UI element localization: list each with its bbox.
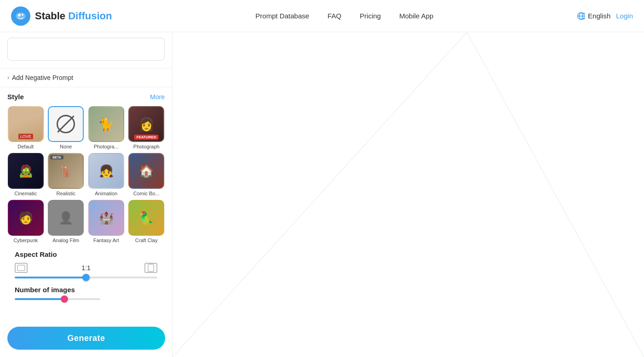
style-thumb-animation: 👧 bbox=[88, 153, 124, 189]
style-label-photogra1: Photogra... bbox=[94, 144, 119, 149]
logo-svg bbox=[15, 10, 27, 22]
style-label-comicbo: Comic Bo... bbox=[133, 191, 160, 196]
style-label-photograph: Photograph bbox=[133, 144, 160, 149]
logo-icon bbox=[11, 6, 30, 26]
aspect-landscape-icon bbox=[15, 263, 28, 273]
background-decoration bbox=[172, 32, 644, 357]
style-item-photograph[interactable]: 👩 FEATURED Photograph bbox=[128, 106, 165, 149]
style-thumb-photograph: 👩 FEATURED bbox=[128, 106, 164, 142]
style-label-default: Default bbox=[17, 144, 34, 149]
style-header: Style More bbox=[7, 93, 165, 101]
style-thumb-cinematic: 🧟 bbox=[8, 153, 44, 189]
style-label-craftclay: Craft Clay bbox=[135, 238, 158, 243]
logo[interactable]: Stable Diffusion bbox=[11, 6, 112, 26]
slider-thumb bbox=[82, 274, 90, 281]
style-item-comicbo[interactable]: 🏠 Comic Bo... bbox=[128, 153, 165, 196]
num-images-thumb bbox=[61, 295, 68, 303]
header-right: English Login bbox=[577, 12, 633, 20]
style-label-realistic: Realistic bbox=[56, 191, 75, 196]
aspect-ratio-value: 1:1 bbox=[31, 264, 141, 272]
style-item-none[interactable]: None bbox=[48, 106, 85, 149]
main-nav: Prompt Database FAQ Pricing Mobile App bbox=[255, 12, 433, 20]
beta-badge: BETA bbox=[50, 155, 63, 159]
right-panel bbox=[172, 32, 644, 357]
nav-prompt-database[interactable]: Prompt Database bbox=[255, 12, 309, 20]
style-item-photogra1[interactable]: 🐈 Photogra... bbox=[88, 106, 125, 149]
style-item-animation[interactable]: 👧 Animation bbox=[88, 153, 125, 196]
style-item-cinematic[interactable]: 🧟 Cinematic bbox=[7, 153, 44, 196]
style-thumb-comicbo: 🏠 bbox=[128, 153, 164, 189]
style-label-fantasyart: Fantasy Art bbox=[93, 238, 119, 243]
logo-diffusion: Diffusion bbox=[65, 10, 112, 22]
svg-point-2 bbox=[22, 14, 23, 16]
language-selector[interactable]: English bbox=[577, 12, 610, 20]
style-thumb-fantasyart: 🏰 bbox=[88, 200, 124, 236]
prompt-area bbox=[0, 32, 172, 68]
style-label-analogfilm: Analog Film bbox=[52, 238, 79, 243]
style-label: Style bbox=[7, 93, 24, 101]
negative-prompt-label: Add Negative Prompt bbox=[12, 74, 73, 81]
style-item-default[interactable]: LOVE Default bbox=[7, 106, 44, 149]
style-grid: LOVE Default None bbox=[7, 106, 165, 243]
globe-icon bbox=[577, 12, 585, 20]
style-label-cyberpunk: Cyberpunk bbox=[13, 238, 38, 243]
style-label-animation: Animation bbox=[95, 191, 117, 196]
aspect-ratio-slider[interactable] bbox=[15, 277, 157, 278]
more-styles-link[interactable]: More bbox=[150, 93, 165, 101]
generate-button[interactable]: Generate bbox=[7, 327, 165, 350]
svg-line-7 bbox=[172, 32, 467, 357]
style-thumb-cyberpunk: 🧑 bbox=[8, 200, 44, 236]
header: Stable Diffusion Prompt Database FAQ Pri… bbox=[0, 0, 644, 32]
none-icon bbox=[57, 115, 75, 133]
prompt-input[interactable] bbox=[7, 38, 165, 61]
style-section: Style More LOVE Default bbox=[0, 87, 172, 342]
left-panel: › Add Negative Prompt Style More LOVE De… bbox=[0, 32, 172, 357]
aspect-ratio-label: Aspect Ratio bbox=[15, 250, 157, 258]
featured-badge: FEATURED bbox=[134, 135, 159, 140]
nav-faq[interactable]: FAQ bbox=[328, 12, 341, 20]
main-layout: › Add Negative Prompt Style More LOVE De… bbox=[0, 32, 644, 357]
style-thumb-photogra1: 🐈 bbox=[88, 106, 124, 142]
style-item-realistic[interactable]: 🦌 BETA Realistic bbox=[48, 153, 85, 196]
style-item-cyberpunk[interactable]: 🧑 Cyberpunk bbox=[7, 200, 44, 243]
aspect-ratio-controls: 1:1 bbox=[15, 263, 157, 273]
logo-stable: Stable bbox=[35, 10, 65, 22]
style-thumb-none bbox=[48, 106, 84, 142]
nav-pricing[interactable]: Pricing bbox=[360, 12, 381, 20]
style-thumb-realistic: 🦌 BETA bbox=[48, 153, 84, 189]
style-item-craftclay[interactable]: 🦜 Craft Clay bbox=[128, 200, 165, 243]
num-images-label: Number of images bbox=[15, 286, 157, 294]
svg-point-1 bbox=[18, 14, 21, 17]
style-thumb-craftclay: 🦜 bbox=[128, 200, 164, 236]
style-label-cinematic: Cinematic bbox=[14, 191, 37, 196]
login-button[interactable]: Login bbox=[616, 12, 633, 20]
svg-rect-6 bbox=[148, 264, 154, 272]
style-label-none: None bbox=[60, 144, 72, 149]
svg-rect-5 bbox=[17, 265, 25, 271]
negative-prompt-toggle[interactable]: › Add Negative Prompt bbox=[0, 68, 172, 87]
style-thumb-analogfilm: 👤 bbox=[48, 200, 84, 236]
style-thumb-default: LOVE bbox=[8, 106, 44, 142]
aspect-portrait-icon bbox=[144, 263, 157, 273]
slider-fill bbox=[15, 277, 86, 278]
chevron-right-icon: › bbox=[7, 74, 9, 81]
style-item-analogfilm[interactable]: 👤 Analog Film bbox=[48, 200, 85, 243]
language-label: English bbox=[588, 12, 610, 20]
aspect-ratio-section: Aspect Ratio 1:1 bbox=[7, 250, 165, 286]
svg-line-8 bbox=[467, 32, 644, 357]
nav-mobile-app[interactable]: Mobile App bbox=[399, 12, 433, 20]
logo-text: Stable Diffusion bbox=[35, 10, 112, 22]
style-item-fantasyart[interactable]: 🏰 Fantasy Art bbox=[88, 200, 125, 243]
num-images-slider[interactable] bbox=[15, 298, 100, 300]
